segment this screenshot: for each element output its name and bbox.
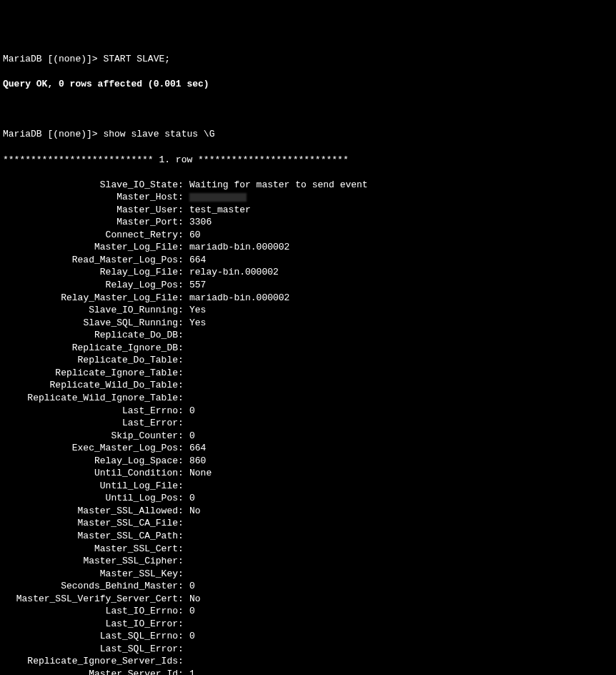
- status-sep: :: [178, 467, 189, 480]
- status-key: Last_IO_Error: [3, 618, 178, 631]
- status-value: 1: [189, 668, 195, 675]
- line-result1: Query OK, 0 rows affected (0.001 sec): [3, 78, 613, 91]
- line-cmd2: MariaDB [(none)]> show slave status \G: [3, 128, 613, 141]
- slave-status-block: Slave_IO_State: Waiting for master to se…: [3, 179, 613, 675]
- status-key: Master_Log_File: [3, 241, 178, 254]
- status-key: Master_SSL_Verify_Server_Cert: [3, 593, 178, 606]
- status-value: mariadb-bin.000002: [189, 292, 289, 305]
- status-key: Relay_Log_Space: [3, 455, 178, 468]
- status-row: Last_SQL_Errno: 0: [3, 630, 613, 643]
- status-sep: :: [178, 605, 189, 618]
- status-key: Replicate_Ignore_Table: [3, 367, 178, 380]
- status-value: test_master: [189, 204, 251, 217]
- status-sep: :: [178, 216, 189, 229]
- status-row: Replicate_Wild_Do_Table:: [3, 379, 613, 392]
- status-row: Relay_Log_File: relay-bin.000002: [3, 266, 613, 279]
- status-key: Replicate_Wild_Ignore_Table: [3, 392, 178, 405]
- status-row: Exec_Master_Log_Pos: 664: [3, 442, 613, 455]
- status-key: Skip_Counter: [3, 430, 178, 443]
- status-key: Replicate_Ignore_Server_Ids: [3, 655, 178, 668]
- status-sep: :: [178, 555, 189, 568]
- status-row: Last_Error:: [3, 417, 613, 430]
- status-sep: :: [178, 179, 189, 192]
- status-key: Last_Error: [3, 417, 178, 430]
- status-key: Master_Server_Id: [3, 668, 178, 675]
- status-row: Master_SSL_CA_Path:: [3, 530, 613, 543]
- status-key: Master_User: [3, 204, 178, 217]
- status-key: Last_SQL_Error: [3, 643, 178, 656]
- status-sep: :: [178, 430, 189, 443]
- status-value: No: [189, 593, 201, 606]
- status-row: Replicate_Do_Table:: [3, 354, 613, 367]
- status-key: Read_Master_Log_Pos: [3, 254, 178, 267]
- status-key: Until_Condition: [3, 467, 178, 480]
- status-key: Slave_SQL_Running: [3, 317, 178, 330]
- prompt: MariaDB [(none)]>: [3, 54, 103, 64]
- status-row: Relay_Log_Space: 860: [3, 455, 613, 468]
- status-key: Master_SSL_Allowed: [3, 505, 178, 518]
- status-value: 0: [189, 605, 195, 618]
- status-row: Read_Master_Log_Pos: 664: [3, 254, 613, 267]
- status-row: Until_Log_Pos: 0: [3, 492, 613, 505]
- status-row: Replicate_Ignore_Server_Ids:: [3, 655, 613, 668]
- status-value: [189, 191, 247, 204]
- status-row: Skip_Counter: 0: [3, 430, 613, 443]
- status-sep: :: [178, 254, 189, 267]
- status-row: Master_Host:: [3, 191, 613, 204]
- status-key: Last_Errno: [3, 405, 178, 418]
- status-row: Last_SQL_Error:: [3, 643, 613, 656]
- status-key: Slave_IO_Running: [3, 304, 178, 317]
- status-key: Slave_IO_State: [3, 179, 178, 192]
- status-sep: :: [178, 543, 189, 556]
- status-value: Yes: [189, 317, 206, 330]
- status-row: Seconds_Behind_Master: 0: [3, 580, 613, 593]
- status-sep: :: [178, 392, 189, 405]
- status-value: 860: [189, 455, 206, 468]
- status-key: Master_SSL_CA_Path: [3, 530, 178, 543]
- status-sep: :: [178, 630, 189, 643]
- command-text: show slave status \G: [103, 129, 214, 139]
- status-row: Master_SSL_Cipher:: [3, 555, 613, 568]
- status-sep: :: [178, 354, 189, 367]
- status-sep: :: [178, 304, 189, 317]
- status-sep: :: [178, 643, 189, 656]
- status-key: Master_SSL_Cert: [3, 543, 178, 556]
- status-sep: :: [178, 266, 189, 279]
- status-sep: :: [178, 668, 189, 675]
- status-sep: :: [178, 241, 189, 254]
- status-key: Until_Log_File: [3, 480, 178, 493]
- status-key: Master_Port: [3, 216, 178, 229]
- status-value: 664: [189, 442, 206, 455]
- line-cmd1: MariaDB [(none)]> START SLAVE;: [3, 53, 613, 66]
- status-sep: :: [178, 191, 189, 204]
- status-row: Last_IO_Error:: [3, 618, 613, 631]
- status-sep: :: [178, 279, 189, 292]
- status-row: Master_Port: 3306: [3, 216, 613, 229]
- status-key: Last_IO_Errno: [3, 605, 178, 618]
- status-key: Relay_Master_Log_File: [3, 292, 178, 305]
- status-value: 0: [189, 430, 195, 443]
- status-sep: :: [178, 455, 189, 468]
- status-value: 0: [189, 630, 195, 643]
- status-row: Master_SSL_CA_File:: [3, 517, 613, 530]
- status-value: 0: [189, 492, 195, 505]
- status-sep: :: [178, 655, 189, 668]
- status-value: 664: [189, 254, 206, 267]
- status-key: Replicate_Wild_Do_Table: [3, 379, 178, 392]
- status-key: Replicate_Ignore_DB: [3, 342, 178, 355]
- status-value: relay-bin.000002: [189, 266, 279, 279]
- status-row: Master_SSL_Key:: [3, 568, 613, 581]
- status-sep: :: [178, 417, 189, 430]
- status-sep: :: [178, 229, 189, 242]
- status-sep: :: [178, 367, 189, 380]
- status-row: Master_SSL_Cert:: [3, 543, 613, 556]
- prompt: MariaDB [(none)]>: [3, 129, 103, 139]
- terminal-output: MariaDB [(none)]> START SLAVE; Query OK,…: [3, 41, 613, 675]
- status-value: None: [189, 467, 212, 480]
- status-key: Last_SQL_Errno: [3, 630, 178, 643]
- status-sep: :: [178, 379, 189, 392]
- status-row: Master_Log_File: mariadb-bin.000002: [3, 241, 613, 254]
- status-value: Waiting for master to send event: [189, 179, 368, 192]
- status-key: Replicate_Do_Table: [3, 354, 178, 367]
- status-row: Relay_Log_Pos: 557: [3, 279, 613, 292]
